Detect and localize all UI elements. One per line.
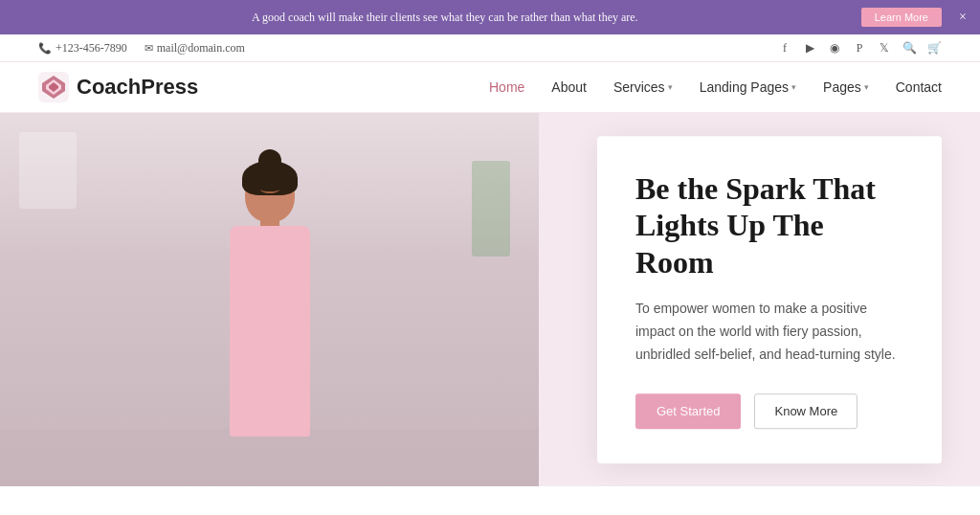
- banner-text: A good coach will make their clients see…: [38, 11, 852, 25]
- landing-pages-dropdown-arrow: ▾: [791, 82, 796, 92]
- hero-content-card: Be the Spark That Lights Up The Room To …: [597, 136, 942, 463]
- hero-description: To empower women to make a positive impa…: [635, 298, 903, 366]
- contact-left: +123-456-7890 mail@domain.com: [38, 41, 245, 56]
- contact-bar: +123-456-7890 mail@domain.com f ▶ ◉ P 𝕏 …: [0, 34, 980, 62]
- woman-figure: [165, 142, 375, 486]
- hero-image-area: [0, 113, 539, 486]
- search-icon[interactable]: 🔍: [902, 40, 917, 56]
- logo[interactable]: CoachPress: [38, 72, 198, 102]
- close-banner-button[interactable]: ×: [959, 10, 967, 25]
- youtube-icon[interactable]: ▶: [802, 40, 817, 56]
- nav-item-services[interactable]: Services ▾: [613, 79, 673, 95]
- top-banner: A good coach will make their clients see…: [0, 0, 980, 34]
- social-icons: f ▶ ◉ P 𝕏 🔍 🛒: [777, 40, 942, 56]
- logo-icon: [38, 72, 69, 102]
- learn-more-button[interactable]: Learn More: [861, 8, 942, 27]
- logo-text: CoachPress: [77, 75, 198, 100]
- phone-icon: [38, 41, 52, 56]
- cart-icon[interactable]: 🛒: [926, 40, 942, 56]
- navbar: CoachPress Home About Services ▾ Landing…: [0, 62, 980, 113]
- get-started-button[interactable]: Get Started: [635, 393, 741, 429]
- services-dropdown-arrow: ▾: [668, 82, 673, 92]
- nav-item-about[interactable]: About: [551, 79, 587, 95]
- phone-number: +123-456-7890: [56, 41, 127, 56]
- email-contact: mail@domain.com: [145, 41, 245, 56]
- mail-icon: [145, 41, 153, 56]
- twitter-icon[interactable]: 𝕏: [877, 40, 892, 56]
- nav-link-home[interactable]: Home: [489, 79, 524, 95]
- know-more-button[interactable]: Know More: [754, 393, 858, 429]
- hero-section: Be the Spark That Lights Up The Room To …: [0, 113, 980, 486]
- hero-title: Be the Spark That Lights Up The Room: [635, 170, 903, 280]
- facebook-icon[interactable]: f: [777, 40, 792, 56]
- nav-link-services[interactable]: Services ▾: [613, 79, 673, 95]
- nav-item-pages[interactable]: Pages ▾: [823, 79, 869, 95]
- nav-item-home[interactable]: Home: [489, 79, 524, 95]
- hero-buttons: Get Started Know More: [635, 393, 903, 429]
- email-address: mail@domain.com: [157, 41, 245, 56]
- nav-item-contact[interactable]: Contact: [896, 79, 942, 95]
- phone-contact: +123-456-7890: [38, 41, 127, 56]
- nav-link-pages[interactable]: Pages ▾: [823, 79, 869, 95]
- nav-link-about[interactable]: About: [551, 79, 587, 95]
- nav-links: Home About Services ▾ Landing Pages ▾ Pa…: [489, 79, 942, 95]
- nav-item-landing-pages[interactable]: Landing Pages ▾: [700, 79, 796, 95]
- pinterest-icon[interactable]: P: [852, 40, 867, 56]
- nav-link-landing-pages[interactable]: Landing Pages ▾: [700, 79, 796, 95]
- pages-dropdown-arrow: ▾: [864, 82, 869, 92]
- nav-link-contact[interactable]: Contact: [896, 79, 942, 95]
- instagram-icon[interactable]: ◉: [827, 40, 842, 56]
